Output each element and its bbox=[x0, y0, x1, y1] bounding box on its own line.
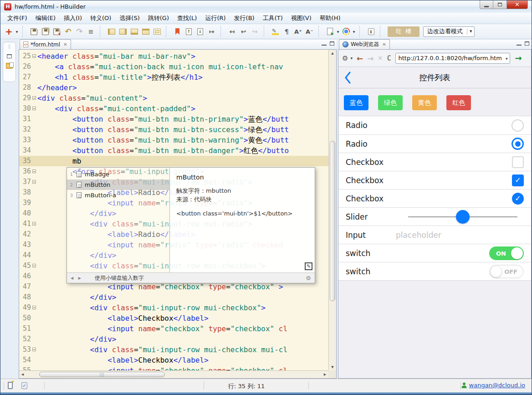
chevron-down-icon[interactable]: ▼ bbox=[350, 56, 353, 60]
slider-thumb[interactable] bbox=[456, 210, 470, 224]
live-view-mode-select[interactable]: 边改边看模式 ▼ bbox=[423, 26, 475, 37]
save-icon[interactable] bbox=[28, 26, 40, 37]
menu-item[interactable]: 插入(I) bbox=[60, 13, 86, 24]
highlight-icon[interactable]: ✎ bbox=[270, 26, 281, 37]
tab-web-browser[interactable]: Web浏览器 ✕ bbox=[339, 39, 390, 49]
tab-close-icon[interactable]: ✕ bbox=[382, 42, 386, 47]
code-line[interactable]: 25<header class="mui-bar mui-bar-nav"> bbox=[19, 51, 328, 62]
stop-icon[interactable]: ✕ bbox=[378, 55, 383, 62]
code-line[interactable]: 30<div class="mui-content-padded"> bbox=[19, 103, 328, 114]
back-icon[interactable]: ← bbox=[357, 54, 363, 63]
jump-start-icon[interactable]: ↤ bbox=[226, 26, 238, 37]
code-line[interactable]: 29<div class="mui-content"> bbox=[19, 93, 328, 103]
horizontal-scroll-thumb[interactable]: ||| bbox=[39, 372, 165, 377]
fold-collapse-icon[interactable] bbox=[32, 96, 36, 100]
go-icon[interactable]: → bbox=[515, 53, 522, 63]
pager-arrows-icon[interactable]: ◀ ▶ bbox=[71, 276, 83, 280]
refresh-icon[interactable]: C bbox=[387, 54, 391, 62]
maximize-button[interactable] bbox=[493, 0, 507, 9]
url-input[interactable] bbox=[395, 53, 510, 64]
menu-item[interactable]: 跳转(G) bbox=[144, 13, 173, 24]
code-line[interactable]: 50<label>Checkbox</label> bbox=[19, 313, 328, 323]
vertical-scroll-thumb[interactable] bbox=[330, 141, 335, 301]
edit-snippet-icon[interactable]: ✎ bbox=[305, 262, 312, 270]
horizontal-scrollbar[interactable]: ◀ ||| ▶ bbox=[19, 370, 328, 378]
panel-minimize-icon[interactable] bbox=[517, 41, 522, 46]
back-chevron-icon[interactable] bbox=[344, 72, 351, 86]
code-line[interactable]: 35mb bbox=[19, 156, 328, 166]
fold-collapse-icon[interactable] bbox=[32, 348, 36, 351]
code-line[interactable]: 34<button class="mui-btn mui-btn-danger"… bbox=[19, 145, 328, 156]
menu-item[interactable]: 编辑(E) bbox=[31, 13, 60, 24]
code-line[interactable]: 54<label>Checkbox</label> bbox=[19, 355, 328, 365]
slider[interactable] bbox=[408, 210, 517, 224]
code-line[interactable]: 28</header> bbox=[19, 82, 328, 93]
panel-b-icon[interactable] bbox=[117, 26, 128, 37]
close-button[interactable]: ✕ bbox=[507, 0, 528, 9]
checkbox-circle-checked[interactable]: ✓ bbox=[512, 193, 524, 205]
switch-on[interactable]: ON bbox=[489, 246, 524, 260]
tab-close-icon[interactable]: ✕ bbox=[63, 42, 67, 47]
code-line[interactable]: 26<a class="mui-action-back mui-icon mui… bbox=[19, 62, 328, 72]
redo-icon[interactable]: ↷ bbox=[74, 26, 85, 37]
settings-gear-icon[interactable]: ⚙ bbox=[342, 54, 348, 62]
format-icon[interactable]: ≡ bbox=[85, 26, 97, 37]
scroll-right-icon[interactable]: ▶ bbox=[322, 371, 328, 378]
jump-end-icon[interactable]: ↦ bbox=[206, 26, 217, 37]
font-dec-icon[interactable]: A⁻ bbox=[304, 26, 315, 37]
vertical-scrollbar[interactable]: ▲ ▼ bbox=[328, 50, 336, 370]
nav-back-icon[interactable]: ↩ bbox=[238, 26, 249, 37]
fold-collapse-icon[interactable] bbox=[32, 306, 36, 309]
fold-collapse-icon[interactable] bbox=[32, 54, 36, 58]
code-line[interactable]: 31<button class="mui-btn mui-btn-primary… bbox=[19, 114, 328, 124]
panel-minimize-icon[interactable] bbox=[322, 41, 327, 46]
code-line[interactable]: 48</div> bbox=[19, 292, 328, 303]
bookmark-icon[interactable] bbox=[172, 26, 183, 37]
menu-item[interactable]: 视图(V) bbox=[287, 13, 316, 24]
chevron-down-icon[interactable]: ▼ bbox=[15, 30, 19, 33]
page-up-icon[interactable]: ↑ bbox=[183, 26, 194, 37]
project-explorer-icon[interactable] bbox=[6, 64, 13, 69]
preview-text-input[interactable] bbox=[395, 230, 524, 240]
code-line[interactable]: 27<h1 class="mui-title">控件列表</h1> bbox=[19, 72, 328, 82]
color-button[interactable]: 绿色 bbox=[378, 95, 403, 110]
menu-item[interactable]: 帮助(H) bbox=[316, 13, 345, 24]
color-button[interactable]: 蓝色 bbox=[344, 95, 368, 110]
minimize-button[interactable] bbox=[480, 0, 493, 9]
menu-item[interactable]: 文件(F) bbox=[3, 13, 31, 24]
panel-d-icon[interactable] bbox=[140, 26, 151, 37]
switch-knob[interactable] bbox=[490, 266, 502, 277]
chevron-down-icon[interactable]: ▼ bbox=[352, 30, 356, 33]
panel-a-icon[interactable] bbox=[106, 26, 117, 37]
code-line[interactable]: 52</div> bbox=[19, 334, 328, 344]
scroll-up-icon[interactable]: ▲ bbox=[329, 50, 336, 56]
color-button[interactable]: 红色 bbox=[446, 95, 471, 110]
device-icon[interactable] bbox=[8, 382, 13, 389]
menu-item[interactable]: 查找(L) bbox=[173, 13, 201, 24]
fold-collapse-icon[interactable] bbox=[32, 107, 36, 110]
code-line[interactable]: 53<div class="mui-input-row mui-checkbox… bbox=[19, 344, 328, 355]
info-icon[interactable]: i bbox=[365, 26, 377, 37]
tasks-icon[interactable]: ✓ bbox=[21, 382, 27, 389]
code-editor[interactable]: 25<header class="mui-bar mui-bar-nav">26… bbox=[19, 50, 337, 379]
scroll-down-icon[interactable]: ▼ bbox=[329, 364, 336, 370]
chevron-down-icon[interactable]: ▼ bbox=[336, 30, 340, 33]
undo-icon[interactable]: ↶ bbox=[62, 26, 74, 37]
panel-maximize-icon[interactable] bbox=[330, 41, 334, 46]
menu-item[interactable]: 运行(R) bbox=[201, 13, 230, 24]
autocomplete-item[interactable]: 3mButton-a bbox=[67, 190, 169, 200]
scroll-left-icon[interactable]: ◀ bbox=[19, 371, 26, 378]
pilcrow-icon[interactable]: ¶ bbox=[281, 26, 292, 37]
page-down-icon[interactable]: ↓ bbox=[194, 26, 206, 37]
code-line[interactable]: 32<button class="mui-btn mui-btn-success… bbox=[19, 124, 328, 135]
code-line[interactable]: 49<div class="mui-input-row mui-checkbox… bbox=[19, 303, 328, 313]
font-inc-icon[interactable]: A⁺ bbox=[292, 26, 304, 37]
tucao-button[interactable]: 吐槽 bbox=[388, 26, 419, 37]
fold-collapse-icon[interactable] bbox=[32, 222, 36, 226]
checkbox-checked[interactable]: ✓ bbox=[512, 174, 524, 186]
panel-c-icon[interactable] bbox=[128, 26, 140, 37]
fold-collapse-icon[interactable] bbox=[32, 169, 36, 173]
url-dropdown-icon[interactable]: ▼ bbox=[506, 57, 508, 60]
menu-item[interactable]: 发行(B) bbox=[230, 13, 259, 24]
radio-unchecked[interactable] bbox=[512, 119, 524, 132]
